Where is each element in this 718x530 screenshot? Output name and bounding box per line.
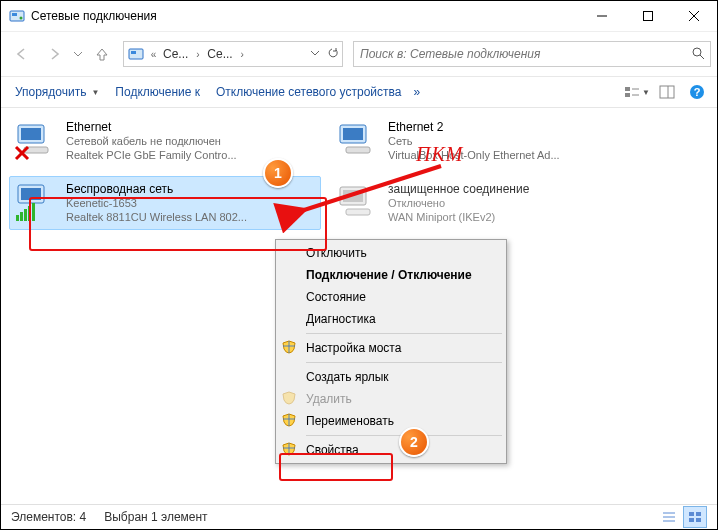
svg-rect-33	[32, 203, 35, 221]
svg-rect-8	[131, 51, 136, 54]
disable-device-button[interactable]: Отключение сетевого устройства	[208, 78, 409, 106]
svg-rect-25	[343, 128, 363, 140]
svg-rect-28	[21, 188, 41, 200]
ctx-bridge-label: Настройка моста	[306, 341, 401, 355]
svg-rect-36	[346, 209, 370, 215]
refresh-button[interactable]	[324, 47, 342, 62]
svg-rect-26	[346, 147, 370, 153]
view-details-button[interactable]	[657, 506, 681, 528]
ctx-shortcut-label: Создать ярлык	[306, 370, 389, 384]
connection-name: Ethernet	[66, 120, 316, 134]
minimize-button[interactable]	[579, 1, 625, 31]
connection-status: Сетевой кабель не подключен	[66, 134, 316, 148]
connection-ethernet-2[interactable]: Ethernet 2 Сеть VirtualBox Host-Only Eth…	[331, 114, 643, 168]
ctx-props-label: Свойства	[306, 443, 359, 457]
connection-status: Сеть	[388, 134, 638, 148]
app-icon	[9, 8, 25, 24]
view-large-icons-button[interactable]	[683, 506, 707, 528]
svg-rect-11	[625, 87, 630, 91]
ctx-delete-label: Удалить	[306, 392, 352, 406]
back-button[interactable]	[7, 41, 37, 67]
ctx-separator	[306, 333, 502, 334]
badge-1-label: 1	[274, 165, 282, 181]
forward-button[interactable]	[39, 41, 69, 67]
breadcrumb-seg-2[interactable]: Се...	[203, 42, 236, 66]
status-selection: Выбран 1 элемент	[104, 510, 207, 524]
preview-pane-button[interactable]	[653, 80, 681, 104]
shield-icon	[282, 340, 296, 357]
connection-name: Ethernet 2	[388, 120, 638, 134]
ctx-rename-label: Переименовать	[306, 414, 394, 428]
connection-adapter: Realtek 8811CU Wireless LAN 802...	[66, 210, 316, 224]
connection-status: Keenetic-1653	[66, 196, 316, 210]
ctx-disable[interactable]: Отключить	[276, 242, 506, 264]
search-box[interactable]	[353, 41, 711, 67]
ctx-diagnostics[interactable]: Диагностика	[276, 308, 506, 330]
ctx-bridge[interactable]: Настройка моста	[276, 337, 506, 359]
shield-icon	[282, 391, 296, 408]
connection-adapter: VirtualBox Host-Only Ethernet Ad...	[388, 148, 638, 162]
svg-rect-30	[20, 212, 23, 221]
recent-dropdown[interactable]	[71, 41, 85, 67]
svg-rect-43	[689, 518, 694, 522]
help-button[interactable]: ?	[683, 80, 711, 104]
organize-button[interactable]: Упорядочить▼	[7, 78, 107, 106]
breadcrumb-seg-1[interactable]: Се...	[159, 42, 192, 66]
svg-rect-41	[689, 512, 694, 516]
network-adapter-icon	[336, 119, 380, 163]
overflow-label: »	[413, 85, 420, 99]
up-button[interactable]	[87, 41, 117, 67]
svg-rect-20	[21, 128, 41, 140]
svg-rect-42	[696, 512, 701, 516]
ctx-create-shortcut[interactable]: Создать ярлык	[276, 366, 506, 388]
address-dropdown[interactable]	[306, 47, 324, 61]
ctx-disable-label: Отключить	[306, 246, 367, 260]
ctx-rename[interactable]: Переименовать	[276, 410, 506, 432]
disable-label: Отключение сетевого устройства	[216, 85, 401, 99]
svg-rect-29	[16, 215, 19, 221]
context-menu: Отключить Подключение / Отключение Состо…	[275, 239, 507, 464]
svg-rect-12	[625, 93, 630, 97]
svg-rect-31	[24, 209, 27, 221]
badge-2-label: 2	[410, 434, 418, 450]
window-controls	[579, 1, 717, 31]
status-bar: Элементов: 4 Выбран 1 элемент	[1, 504, 717, 529]
overflow-button[interactable]: »	[409, 78, 424, 106]
ctx-status[interactable]: Состояние	[276, 286, 506, 308]
ctx-delete: Удалить	[276, 388, 506, 410]
chevron-icon: ›	[237, 49, 248, 60]
network-adapter-icon	[14, 119, 58, 163]
address-bar[interactable]: « Се... › Се... ›	[123, 41, 343, 67]
connection-status: Отключено	[388, 196, 638, 210]
svg-rect-1	[12, 13, 17, 16]
connection-vpn[interactable]: защищенное соединение Отключено WAN Mini…	[331, 176, 643, 230]
annotation-badge-1: 1	[263, 158, 293, 188]
ctx-properties[interactable]: Свойства	[276, 439, 506, 461]
svg-rect-4	[644, 12, 653, 21]
search-input[interactable]	[354, 47, 686, 61]
connection-name: защищенное соединение	[388, 182, 638, 196]
nav-row: « Се... › Се... ›	[1, 32, 717, 76]
svg-rect-32	[28, 206, 31, 221]
view-mode-button-1[interactable]: ▼	[623, 80, 651, 104]
svg-text:?: ?	[694, 86, 701, 98]
svg-rect-44	[696, 518, 701, 522]
ctx-connect[interactable]: Подключение / Отключение	[276, 264, 506, 286]
status-item-count: Элементов: 4	[11, 510, 86, 524]
caret-icon: ▼	[91, 88, 99, 97]
titlebar: Сетевые подключения	[1, 1, 717, 32]
close-button[interactable]	[671, 1, 717, 31]
chevron-icon: «	[148, 49, 159, 60]
window-title: Сетевые подключения	[31, 9, 157, 23]
wifi-adapter-icon	[14, 181, 58, 225]
svg-line-5	[689, 11, 699, 21]
svg-rect-15	[660, 86, 674, 98]
search-icon[interactable]	[686, 46, 710, 63]
svg-line-6	[689, 11, 699, 21]
svg-rect-35	[343, 190, 363, 202]
connection-adapter: WAN Miniport (IKEv2)	[388, 210, 638, 224]
vpn-adapter-icon	[336, 181, 380, 225]
chevron-icon: ›	[192, 49, 203, 60]
connect-to-button[interactable]: Подключение к	[107, 78, 208, 106]
maximize-button[interactable]	[625, 1, 671, 31]
